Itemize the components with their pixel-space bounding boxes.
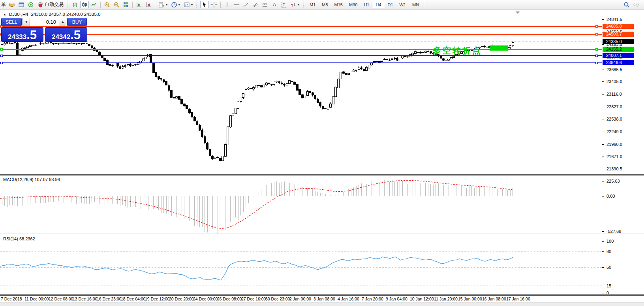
chart-window-icon [18, 2, 24, 8]
buy-price-main: 24342 [52, 31, 70, 43]
horizontal-line-tool-button[interactable] [232, 1, 241, 8]
toolbar-separator [132, 2, 133, 8]
chart-title: ▲ DJ30-,H4 24310.0 24357.0 24240.0 24335… [3, 12, 100, 17]
collapse-icon[interactable]: ▲ [3, 13, 6, 16]
timeframe-h1[interactable]: H1 [361, 1, 372, 8]
macd-signal-line [0, 180, 512, 229]
timeframe-m1[interactable]: M1 [307, 1, 318, 8]
time-axis-border [0, 294, 644, 296]
time-tick-label: 4 Jan 16:00 [338, 297, 359, 301]
rsi-line [0, 257, 513, 280]
sell-price-button[interactable]: 24333 .5 [1, 27, 43, 42]
axis-tick-label: 100 [606, 239, 614, 244]
buy-button[interactable]: BUY [67, 18, 87, 26]
vertical-line-icon [224, 2, 230, 8]
toolbar-separator [424, 2, 424, 8]
toolbar-separator [155, 2, 155, 8]
autotrading-button[interactable]: 自动交易 [36, 1, 65, 8]
tile-windows-button[interactable] [122, 1, 130, 8]
axis-tick-label: 80 [606, 249, 611, 254]
macd-splitter[interactable] [0, 174, 644, 176]
periods-button[interactable] [170, 1, 182, 8]
channel-tool-button[interactable] [251, 1, 260, 8]
ohlc-bars-icon [72, 2, 78, 8]
axis-tick-label: 24841.5 [606, 17, 622, 22]
time-tick-label: 18 Dec 04:00 [121, 297, 145, 301]
volume-increase-button[interactable] [59, 18, 66, 26]
macd-label: MACD(12,26,9) 107.07 93.96 [3, 177, 60, 182]
timeframe-w1[interactable]: W1 [397, 1, 409, 8]
candlestick-icon [81, 2, 88, 8]
buy-price-button[interactable]: 24342 .5 [45, 27, 87, 42]
axis-tick-mark [602, 293, 604, 293]
axis-tick-mark [602, 169, 604, 169]
bar-chart-button[interactable] [71, 1, 79, 8]
zoom-in-button[interactable] [103, 1, 111, 8]
label-tool-button[interactable]: T [280, 1, 288, 8]
dropdown-caret-icon [165, 4, 168, 6]
chart-canvas[interactable] [0, 0, 644, 306]
text-tool-button[interactable]: A [270, 1, 279, 8]
chart-annotation-text[interactable]: 多空转折点 [433, 45, 482, 56]
timeframe-mn[interactable]: MN [409, 1, 422, 8]
axis-tick-label: 0.00 [606, 194, 615, 198]
time-tick-label: 11 Dec 00:00 [24, 297, 49, 301]
volume-stepper [23, 18, 66, 26]
chart-shift-button[interactable] [144, 1, 153, 8]
timeframe-m15[interactable]: M15 [332, 1, 345, 8]
chart-shift-marker[interactable] [516, 11, 520, 14]
chart-shift-icon [145, 2, 152, 8]
dropdown-caret-icon [178, 4, 180, 6]
time-tick-label: 7 Jan 20:00 [362, 297, 383, 301]
axis-tick-label: 23405.0 [606, 79, 622, 84]
zoom-out-button[interactable] [112, 1, 121, 8]
axis-tick-mark [602, 107, 604, 107]
axis-tick-mark [602, 144, 604, 145]
menu-text[interactable]: 单 [0, 1, 7, 8]
triangle-down-icon [25, 21, 28, 23]
templates-button[interactable] [182, 1, 194, 8]
rsi-label: RSI(14) 68.2362 [3, 236, 35, 241]
axis-tick-mark [602, 251, 604, 252]
trendline-icon [243, 2, 249, 8]
template-icon [184, 2, 190, 8]
fibonacci-tool-button[interactable] [261, 1, 269, 8]
axis-tick-mark [602, 231, 604, 232]
search-button[interactable] [622, 1, 631, 8]
search-icon [623, 2, 630, 8]
candlestick-chart-button[interactable] [80, 1, 89, 8]
volume-decrease-button[interactable] [23, 18, 30, 26]
cursor-icon [201, 2, 208, 8]
trendline-tool-button[interactable] [242, 1, 250, 8]
axis-tick-label: 225.63 [606, 179, 620, 183]
fibonacci-icon [262, 2, 268, 8]
axis-tick-mark [602, 132, 604, 132]
price-badge-23846.6: 23846.6 [603, 60, 634, 65]
axis-tick-label: 23685.5 [606, 67, 622, 72]
auto-scroll-button[interactable] [135, 1, 143, 8]
time-tick-label: 16 Dec 23:00 [97, 297, 121, 301]
timeframe-m30[interactable]: M30 [346, 1, 360, 8]
time-tick-label: 12 Dec 08:00 [49, 297, 73, 301]
timeframe-h4[interactable]: H4 [373, 1, 384, 8]
timeframe-m5[interactable]: M5 [319, 1, 330, 8]
toolbar-separator [220, 2, 221, 8]
signals-button[interactable] [26, 1, 35, 8]
vertical-line-tool-button[interactable] [223, 1, 231, 8]
equidistant-channel-icon [252, 2, 259, 8]
crosshair-tool-button[interactable] [210, 1, 218, 8]
sell-button[interactable]: SELL [1, 18, 22, 26]
rsi-splitter[interactable] [0, 234, 644, 235]
new-order-button[interactable] [8, 1, 16, 8]
market-watch-button[interactable] [17, 1, 26, 8]
arrows-tool-button[interactable] [289, 1, 301, 8]
chat-button[interactable] [632, 1, 641, 8]
macd-histogram [2, 180, 513, 234]
cursor-tool-button[interactable] [200, 1, 209, 8]
volume-input[interactable] [30, 18, 59, 26]
axis-tick-label: 21960.0 [606, 142, 622, 147]
timeframe-d1[interactable]: D1 [385, 1, 396, 8]
line-chart-button[interactable] [90, 1, 98, 8]
new-chart-button[interactable] [157, 1, 169, 8]
zoom-out-icon [113, 2, 120, 8]
